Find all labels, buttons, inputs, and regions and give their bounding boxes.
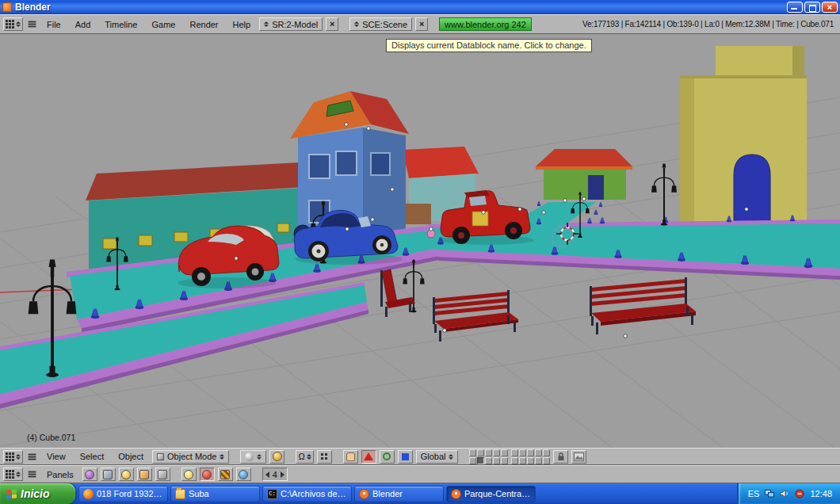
context-editing-button[interactable] bbox=[155, 468, 170, 481]
editor-grid-icon bbox=[6, 20, 8, 22]
header-collapse-icon[interactable] bbox=[26, 454, 38, 460]
frame-increment-icon[interactable] bbox=[281, 472, 284, 478]
taskbar-task-folder[interactable]: Suba bbox=[170, 486, 260, 502]
windows-flag-icon bbox=[6, 489, 17, 498]
translate-icon bbox=[364, 452, 373, 460]
scene-building-yellow[interactable] bbox=[680, 46, 807, 228]
console-icon: C: bbox=[267, 489, 277, 499]
buttons-window-header: Panels 4 bbox=[0, 465, 840, 483]
subcontext-material-button[interactable] bbox=[200, 468, 215, 481]
layer-buttons-group-2[interactable] bbox=[511, 449, 550, 464]
centers-only-button[interactable] bbox=[317, 450, 332, 464]
context-shading-button[interactable] bbox=[119, 468, 134, 481]
mode-icon bbox=[157, 453, 164, 460]
menu-timeline[interactable]: Timeline bbox=[99, 18, 143, 31]
chevron-updown-icon bbox=[16, 21, 21, 27]
world-icon bbox=[239, 470, 248, 479]
screen-delete-button[interactable]: × bbox=[326, 17, 338, 31]
header-collapse-icon[interactable] bbox=[26, 472, 38, 477]
pivot-dropdown[interactable]: Ω bbox=[296, 450, 313, 464]
scene-bench-end[interactable] bbox=[380, 269, 415, 317]
editor-grid-icon bbox=[6, 470, 8, 472]
lock-layers-button[interactable] bbox=[553, 450, 568, 464]
menu-panels[interactable]: Panels bbox=[41, 468, 79, 481]
menu-object[interactable]: Object bbox=[113, 450, 149, 463]
chevron-updown-icon bbox=[264, 21, 269, 27]
orientation-dropdown[interactable]: Global bbox=[416, 450, 459, 464]
menu-file[interactable]: File bbox=[41, 18, 67, 31]
script-icon bbox=[103, 470, 113, 479]
subcontext-texture-button[interactable] bbox=[218, 468, 233, 481]
draw-type-dropdown[interactable] bbox=[240, 450, 266, 464]
close-button[interactable]: × bbox=[822, 2, 838, 13]
antivirus-icon[interactable] bbox=[795, 489, 804, 498]
blender-top-header: File Add Timeline Game Render Help SR:2-… bbox=[0, 14, 840, 34]
volume-icon[interactable] bbox=[780, 489, 789, 498]
taskbar-task-firefox[interactable]: 018 Ford 1932 Lego ... bbox=[78, 486, 168, 502]
language-indicator[interactable]: ES bbox=[748, 489, 760, 498]
context-logic-button[interactable] bbox=[82, 468, 97, 481]
system-tray: ES 12:48 bbox=[737, 483, 840, 504]
blender-org-link[interactable]: www.blender.org 242 bbox=[439, 17, 532, 31]
taskbar-task-console[interactable]: C:C:\Archivos de progr... bbox=[262, 486, 352, 502]
shaded-preview-button[interactable] bbox=[269, 450, 284, 464]
scene-datablock-field[interactable]: SCE:Scene bbox=[349, 17, 412, 31]
menu-add[interactable]: Add bbox=[70, 18, 97, 31]
texture-icon bbox=[220, 470, 230, 479]
chevron-updown-icon bbox=[354, 21, 359, 27]
lock-icon bbox=[557, 452, 565, 461]
taskbar-task-parque[interactable]: Parque-Central-de-S... bbox=[446, 486, 536, 502]
manipulator-translate-toggle[interactable] bbox=[361, 450, 376, 464]
gold-sphere-icon bbox=[273, 452, 282, 461]
context-script-button[interactable] bbox=[101, 468, 116, 481]
logic-icon bbox=[85, 470, 94, 479]
render-icon bbox=[574, 452, 584, 461]
chevron-updown-icon bbox=[16, 454, 21, 460]
render-preview-button[interactable] bbox=[571, 450, 586, 464]
centers-dots-icon bbox=[321, 453, 323, 456]
taskbar-clock: 12:48 bbox=[810, 489, 832, 498]
green-house-door bbox=[588, 175, 604, 200]
scene-house-green[interactable] bbox=[536, 149, 632, 200]
menu-help[interactable]: Help bbox=[227, 18, 257, 31]
start-button[interactable]: Inicio bbox=[0, 483, 75, 504]
menu-game[interactable]: Game bbox=[146, 18, 181, 31]
header-collapse-icon[interactable] bbox=[26, 21, 38, 27]
hand-icon bbox=[346, 452, 355, 461]
taskbar-tasks: 018 Ford 1932 Lego ... Suba C:C:\Archivo… bbox=[75, 483, 737, 504]
screen-datablock-field[interactable]: SR:2-Model bbox=[259, 17, 323, 31]
chevron-updown-ic/on bbox=[220, 454, 224, 460]
scene-delete-button[interactable]: × bbox=[415, 17, 428, 31]
manipulator-hand-toggle[interactable] bbox=[343, 450, 358, 464]
manipulator-rotate-toggle[interactable] bbox=[380, 450, 395, 464]
restore-button[interactable] bbox=[804, 2, 820, 13]
redroof-building-door bbox=[404, 204, 431, 224]
shading-icon bbox=[121, 470, 131, 479]
menu-render[interactable]: Render bbox=[184, 18, 223, 31]
subcontext-world-button[interactable] bbox=[236, 468, 251, 481]
editor-type-selector[interactable] bbox=[3, 450, 23, 464]
editor-type-selector[interactable] bbox=[3, 17, 23, 31]
viewport-3d-scene[interactable] bbox=[0, 34, 840, 448]
editor-type-selector[interactable] bbox=[3, 468, 23, 481]
chevron-updown-icon bbox=[257, 454, 262, 460]
manipulator-scale-toggle[interactable] bbox=[398, 450, 413, 464]
3d-viewport[interactable]: Displays current Datablock name. Click t… bbox=[0, 34, 840, 448]
lamp-icon bbox=[184, 470, 193, 479]
scene-bench-center[interactable] bbox=[433, 290, 518, 342]
menu-select[interactable]: Select bbox=[74, 450, 110, 463]
blender-icon bbox=[359, 489, 369, 499]
scene-bench-right[interactable] bbox=[590, 277, 696, 334]
layer-buttons-group-1[interactable] bbox=[469, 449, 508, 464]
subcontext-lamp-button[interactable] bbox=[181, 468, 197, 481]
minimize-button[interactable] bbox=[787, 2, 803, 13]
mode-dropdown[interactable]: Object Mode bbox=[152, 450, 229, 464]
taskbar-task-blender[interactable]: Blender bbox=[354, 486, 444, 502]
network-icon[interactable] bbox=[765, 489, 774, 498]
yellow-building-door[interactable] bbox=[734, 155, 770, 226]
scale-icon bbox=[402, 453, 409, 460]
context-object-button[interactable] bbox=[137, 468, 152, 481]
menu-view[interactable]: View bbox=[41, 450, 71, 463]
frame-decrement-icon[interactable] bbox=[265, 472, 269, 478]
frame-number-field[interactable]: 4 bbox=[262, 468, 288, 481]
